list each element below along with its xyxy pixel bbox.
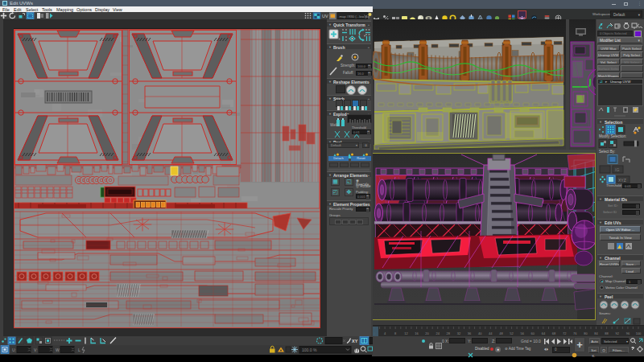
svg-text:52: 52 [510,331,514,335]
svg-text:16: 16 [415,331,419,335]
svg-text:36: 36 [468,331,472,335]
svg-text:48: 48 [499,331,503,335]
svg-text:44: 44 [489,331,493,335]
svg-text:80: 80 [584,331,588,335]
svg-text:U:: U: [12,348,16,352]
svg-text:72: 72 [563,331,567,335]
svg-text:28: 28 [447,331,451,335]
svg-text:92: 92 [616,331,620,335]
svg-text:20: 20 [425,331,429,335]
svg-text:76: 76 [573,331,577,335]
svg-text:84: 84 [594,331,598,335]
svg-text:24: 24 [436,331,440,335]
svg-text:60: 60 [531,331,535,335]
svg-text:88: 88 [605,331,609,335]
svg-text:100: 100 [636,331,642,335]
svg-text:56: 56 [520,331,524,335]
svg-text:L: L [78,348,80,352]
svg-text:V:: V: [34,348,38,352]
svg-text:IG: IG [615,167,619,172]
svg-text:96: 96 [626,331,630,335]
svg-text:64: 64 [542,331,546,335]
svg-text:XY: XY [352,339,358,343]
svg-text:12: 12 [404,331,408,335]
svg-text:40: 40 [478,331,482,335]
svg-text:XYZ: XYZ [618,178,626,183]
svg-text:100.0 %: 100.0 % [302,348,317,352]
svg-text:UV: UV [322,14,328,19]
svg-text:W:: W: [56,348,60,352]
svg-text:68: 68 [552,331,556,335]
svg-text:32: 32 [457,331,461,335]
